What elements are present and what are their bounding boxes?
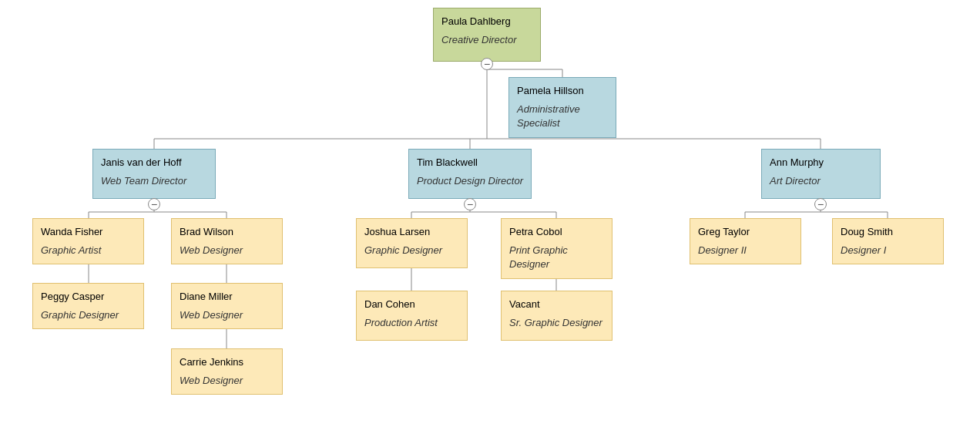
node-paula-title: Creative Director bbox=[441, 33, 532, 47]
collapse-tim[interactable]: − bbox=[464, 198, 476, 210]
node-brad-title: Web Designer bbox=[180, 244, 274, 257]
node-dan-name: Dan Cohen bbox=[364, 298, 459, 311]
node-pamela[interactable]: Pamela Hillson Administrative Specialist bbox=[508, 77, 616, 138]
node-ann[interactable]: Ann Murphy Art Director bbox=[761, 149, 881, 199]
node-joshua[interactable]: Joshua Larsen Graphic Designer bbox=[356, 218, 468, 268]
node-paula-name: Paula Dahlberg bbox=[441, 15, 532, 29]
node-greg-name: Greg Taylor bbox=[698, 225, 793, 239]
node-joshua-title: Graphic Designer bbox=[364, 244, 459, 257]
node-doug-name: Doug Smith bbox=[841, 225, 935, 239]
minus-icon: − bbox=[484, 59, 490, 69]
node-petra-title: Print Graphic Designer bbox=[509, 244, 604, 271]
node-brad[interactable]: Brad Wilson Web Designer bbox=[171, 218, 283, 264]
node-petra[interactable]: Petra Cobol Print Graphic Designer bbox=[501, 218, 612, 279]
org-chart: Paula Dahlberg Creative Director − Pamel… bbox=[0, 0, 980, 46]
node-wanda-title: Graphic Artist bbox=[41, 244, 136, 257]
node-janis-name: Janis van der Hoff bbox=[101, 156, 207, 170]
node-wanda[interactable]: Wanda Fisher Graphic Artist bbox=[32, 218, 144, 264]
node-dan-title: Production Artist bbox=[364, 316, 459, 330]
collapse-ann[interactable]: − bbox=[814, 198, 827, 210]
node-diane[interactable]: Diane Miller Web Designer bbox=[171, 283, 283, 329]
node-tim-title: Product Design Director bbox=[417, 174, 523, 188]
minus-icon-tim: − bbox=[467, 199, 473, 210]
node-brad-name: Brad Wilson bbox=[180, 225, 274, 239]
node-janis[interactable]: Janis van der Hoff Web Team Director bbox=[92, 149, 216, 199]
node-doug-title: Designer I bbox=[841, 244, 935, 257]
node-peggy-name: Peggy Casper bbox=[41, 290, 136, 304]
collapse-paula[interactable]: − bbox=[481, 58, 493, 70]
node-ann-name: Ann Murphy bbox=[770, 156, 872, 170]
minus-icon-janis: − bbox=[151, 199, 157, 210]
node-paula[interactable]: Paula Dahlberg Creative Director bbox=[433, 8, 541, 62]
collapse-janis[interactable]: − bbox=[148, 198, 160, 210]
node-greg[interactable]: Greg Taylor Designer II bbox=[690, 218, 801, 264]
node-vacant[interactable]: Vacant Sr. Graphic Designer bbox=[501, 291, 612, 341]
node-doug[interactable]: Doug Smith Designer I bbox=[832, 218, 944, 264]
node-wanda-name: Wanda Fisher bbox=[41, 225, 136, 239]
node-pamela-name: Pamela Hillson bbox=[517, 84, 608, 98]
node-diane-name: Diane Miller bbox=[180, 290, 274, 304]
node-pamela-title: Administrative Specialist bbox=[517, 103, 608, 130]
node-tim-name: Tim Blackwell bbox=[417, 156, 523, 170]
node-ann-title: Art Director bbox=[770, 174, 872, 188]
node-carrie-title: Web Designer bbox=[180, 374, 274, 388]
node-carrie-name: Carrie Jenkins bbox=[180, 355, 274, 369]
node-carrie[interactable]: Carrie Jenkins Web Designer bbox=[171, 348, 283, 395]
node-tim[interactable]: Tim Blackwell Product Design Director bbox=[408, 149, 532, 199]
minus-icon-ann: − bbox=[817, 199, 824, 210]
node-joshua-name: Joshua Larsen bbox=[364, 225, 459, 239]
node-vacant-name: Vacant bbox=[509, 298, 604, 311]
node-dan[interactable]: Dan Cohen Production Artist bbox=[356, 291, 468, 341]
node-peggy-title: Graphic Designer bbox=[41, 308, 136, 322]
node-janis-title: Web Team Director bbox=[101, 174, 207, 188]
node-petra-name: Petra Cobol bbox=[509, 225, 604, 239]
node-vacant-title: Sr. Graphic Designer bbox=[509, 316, 604, 330]
node-diane-title: Web Designer bbox=[180, 308, 274, 322]
node-greg-title: Designer II bbox=[698, 244, 793, 257]
node-peggy[interactable]: Peggy Casper Graphic Designer bbox=[32, 283, 144, 329]
